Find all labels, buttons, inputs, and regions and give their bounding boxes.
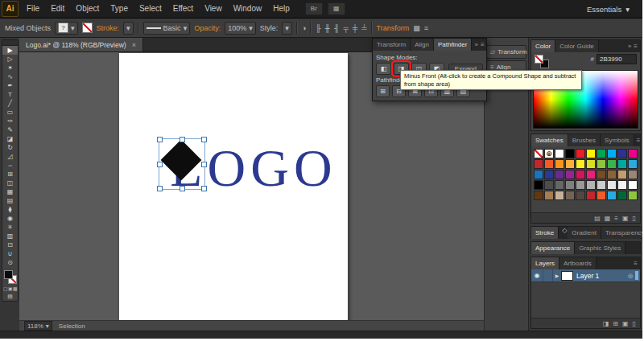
delete-swatch-icon[interactable]: ▯ <box>633 215 636 222</box>
fill-swatch-icon[interactable] <box>4 270 13 279</box>
swatch[interactable] <box>555 159 564 169</box>
line-segment-tool[interactable]: ╱ <box>2 99 18 108</box>
selection-bounding-box[interactable] <box>159 138 205 190</box>
rectangle-tool[interactable]: ▭ <box>2 108 18 117</box>
fill-color-dropdown[interactable]: ? ▾ <box>55 22 78 35</box>
unite-button[interactable]: ◧ <box>376 63 391 75</box>
swatch[interactable] <box>617 191 627 200</box>
tab-swatches[interactable]: Swatches <box>531 134 568 146</box>
isolate-mode-icon[interactable]: ▩ <box>413 24 420 32</box>
swatch[interactable] <box>597 159 606 169</box>
hex-value-input[interactable]: 2B3990 <box>597 54 637 64</box>
swatch-kinds-icon[interactable]: ≡ <box>614 215 618 222</box>
swatch[interactable] <box>534 170 543 179</box>
swatch[interactable] <box>565 149 575 158</box>
tab-transparency[interactable]: Transparency <box>601 227 642 239</box>
align-top-icon[interactable]: ╤ <box>343 24 348 32</box>
stroke-weight-dropdown[interactable]: ▾ <box>123 22 134 35</box>
swatch[interactable] <box>555 170 564 179</box>
align-center-horizontal-icon[interactable]: ╫ <box>325 24 330 32</box>
swatch[interactable] <box>576 191 585 200</box>
menu-select[interactable]: Select <box>134 0 167 18</box>
swatch[interactable] <box>586 159 596 169</box>
tab-layers[interactable]: Layers <box>531 257 559 269</box>
draw-inside-button[interactable]: ▩ <box>13 285 17 293</box>
selection-handle[interactable] <box>180 186 185 191</box>
tab-color[interactable]: Color <box>531 40 555 52</box>
blend-tool[interactable]: ◉ <box>2 214 18 223</box>
stroke-link[interactable]: Stroke: <box>97 24 120 32</box>
swatch[interactable] <box>607 170 617 179</box>
swatch[interactable] <box>586 180 596 190</box>
swatch[interactable] <box>565 180 575 190</box>
swatch[interactable] <box>534 180 543 190</box>
swatch[interactable] <box>576 159 585 169</box>
tab-graphic-styles[interactable]: Graphic Styles <box>575 242 625 254</box>
tab-transform[interactable]: Transform <box>373 39 411 51</box>
tab-gradient[interactable]: Gradient <box>568 227 601 239</box>
workspace-switcher[interactable]: Essentials ▾ <box>587 5 630 14</box>
visibility-eye-icon[interactable]: ◉ <box>531 269 543 281</box>
disclosure-triangle-icon[interactable]: ▶ <box>553 273 561 278</box>
align-center-vertical-icon[interactable]: ╪ <box>353 24 357 32</box>
menu-file[interactable]: File <box>21 0 45 18</box>
brush-definition-dropdown[interactable]: Basic ▾ <box>143 22 191 35</box>
document-tab[interactable]: Logo.ai* @ 118% (RGB/Preview) × <box>19 38 143 51</box>
swatch[interactable] <box>628 170 638 179</box>
menu-view[interactable]: View <box>199 0 228 18</box>
swatch[interactable] <box>555 180 564 190</box>
panel-menu-icon[interactable]: ≡ <box>424 24 428 32</box>
eraser-tool[interactable]: ◪ <box>2 134 18 143</box>
selection-handle[interactable] <box>201 137 207 142</box>
panel-menu-icon[interactable]: ≡ <box>634 260 638 267</box>
opacity-link[interactable]: Opacity: <box>194 24 221 32</box>
direct-selection-tool[interactable]: ▷ <box>2 55 18 64</box>
swatch[interactable] <box>576 149 585 158</box>
tab-brushes[interactable]: Brushes <box>568 134 601 146</box>
selection-handle[interactable] <box>180 137 185 142</box>
swatch[interactable] <box>534 149 543 158</box>
screen-mode-button[interactable]: ▤ <box>2 293 18 301</box>
magic-wand-tool[interactable]: ✶ <box>2 64 18 72</box>
layer-name[interactable]: Layer 1 <box>576 272 625 280</box>
swatch[interactable] <box>544 170 554 179</box>
menu-effect[interactable]: Effect <box>167 0 199 18</box>
style-dropdown[interactable]: ▾ <box>282 22 292 35</box>
swatch[interactable] <box>586 149 596 158</box>
mesh-tool[interactable]: ▦ <box>2 187 18 196</box>
align-bottom-icon[interactable]: ╧ <box>361 24 366 32</box>
swatch[interactable] <box>544 191 554 200</box>
swatch[interactable] <box>597 170 606 179</box>
collapsed-transform-panel-button[interactable]: ▱ Transform <box>486 45 526 59</box>
selection-handle[interactable] <box>201 162 207 167</box>
swatch[interactable] <box>597 149 606 158</box>
swatch[interactable] <box>565 191 575 200</box>
swatch[interactable] <box>617 170 627 179</box>
swatch[interactable] <box>617 149 627 158</box>
swatch[interactable] <box>617 159 627 169</box>
swatch[interactable] <box>565 170 575 179</box>
scale-tool[interactable]: ◿ <box>2 152 18 161</box>
swatch-libraries-icon[interactable]: ▤ <box>594 215 601 222</box>
stroke-none-swatch-icon[interactable] <box>82 23 93 33</box>
layer-row[interactable]: ◉ ▶ Layer 1 ◎ <box>531 269 640 282</box>
menu-window[interactable]: Window <box>228 0 268 18</box>
panel-menu-icon[interactable]: ≡ <box>481 41 485 48</box>
swatch[interactable] <box>628 159 638 169</box>
tab-color-guide[interactable]: Color Guide <box>555 40 599 52</box>
swatch[interactable] <box>555 149 564 158</box>
collapse-panel-icon[interactable]: » <box>474 41 477 48</box>
recolor-artwork-icon[interactable]: ◑ <box>302 24 306 32</box>
panel-menu-icon[interactable]: ≡ <box>634 43 638 50</box>
menu-object[interactable]: Object <box>70 0 105 18</box>
align-right-icon[interactable]: ╢ <box>334 24 339 32</box>
color-group-icon[interactable]: ▦ <box>605 215 611 222</box>
lasso-tool[interactable]: ∿ <box>2 72 18 81</box>
swatch[interactable] <box>534 159 543 169</box>
fill-stroke-indicator[interactable] <box>2 269 18 285</box>
pen-tool[interactable]: ✒ <box>2 81 18 90</box>
artboard-logo-text[interactable]: LOGO <box>119 142 348 195</box>
artboard-tool[interactable]: ⊡ <box>2 240 18 249</box>
target-circle-icon[interactable]: ◎ <box>625 273 635 279</box>
paintbrush-tool[interactable]: ✑ <box>2 117 18 125</box>
